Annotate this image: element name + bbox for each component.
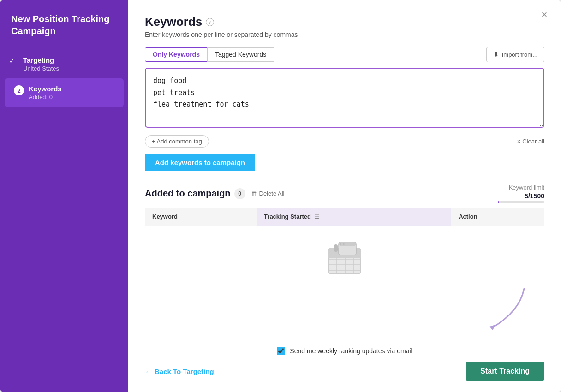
email-label: Send me weekly ranking updates via email <box>290 347 412 355</box>
back-to-targeting-button[interactable]: ← Back To Targeting <box>145 368 214 375</box>
keywords-label: Keywords <box>29 85 62 93</box>
calendar-illustration <box>324 240 365 281</box>
back-arrow-icon: ← <box>145 368 152 375</box>
tag-clear-row: + Add common tag × Clear all <box>145 135 544 148</box>
added-campaign-header: Added to campaign 0 🗑 Delete All Keyword… <box>145 184 544 203</box>
keywords-sublabel: Added: 0 <box>29 94 62 101</box>
empty-state <box>145 226 544 291</box>
sidebar-title: New Position Tracking Campaign <box>0 13 128 50</box>
section-title-text: Keywords <box>145 15 202 29</box>
targeting-sublabel: United States <box>23 65 59 72</box>
section-desc: Enter keywords one per line or separated… <box>145 31 544 38</box>
keywords-table: Keyword Tracking Started ☰ Action <box>145 208 544 291</box>
keyword-limit-value: 5/1500 <box>525 192 544 200</box>
targeting-content: Targeting United States <box>23 56 59 72</box>
clear-all-button[interactable]: × Clear all <box>517 138 544 145</box>
sidebar-item-targeting[interactable]: ✓ Targeting United States <box>0 50 128 78</box>
keywords-step-number: 2 <box>14 85 24 95</box>
import-icon: ⬇ <box>493 50 499 59</box>
email-checkbox[interactable] <box>277 347 285 355</box>
added-campaign-title: Added to campaign <box>145 188 231 199</box>
keyword-limit-bar <box>498 201 544 203</box>
info-icon[interactable]: i <box>206 18 214 26</box>
email-checkbox-row: Send me weekly ranking updates via email <box>145 347 544 355</box>
import-button[interactable]: ⬇ Import from... <box>486 47 544 62</box>
tab-tagged-keywords[interactable]: Tagged Keywords <box>207 47 274 62</box>
keyword-limit-label: Keyword limit <box>509 184 544 191</box>
add-keywords-to-campaign-button[interactable]: Add keywords to campaign <box>145 154 255 171</box>
tab-row: Only Keywords Tagged Keywords ⬇ Import f… <box>145 47 544 62</box>
empty-state-row <box>145 226 544 291</box>
add-tag-label: + Add common tag <box>152 138 202 145</box>
section-title-row: Keywords i <box>145 15 544 29</box>
close-button[interactable]: × <box>537 7 552 22</box>
keywords-textarea[interactable]: dog food pet treats flea treatment for c… <box>145 68 544 128</box>
import-btn-label: Import from... <box>502 51 537 58</box>
sidebar-item-keywords[interactable]: 2 Keywords Added: 0 <box>5 78 124 107</box>
keywords-content: Keywords Added: 0 <box>29 85 62 101</box>
back-btn-label: Back To Targeting <box>155 368 214 375</box>
targeting-label: Targeting <box>23 56 59 64</box>
clear-all-label: Clear all <box>522 138 544 145</box>
trash-icon: 🗑 <box>251 190 257 197</box>
col-keyword-header: Keyword <box>145 208 257 226</box>
delete-all-button[interactable]: 🗑 Delete All <box>251 190 285 197</box>
sort-icon[interactable]: ☰ <box>315 214 319 220</box>
tab-only-keywords[interactable]: Only Keywords <box>145 47 207 62</box>
added-count-badge: 0 <box>234 188 245 199</box>
content-body: Keywords i Enter keywords one per line o… <box>128 0 561 339</box>
svg-point-13 <box>340 243 341 245</box>
col-tracking-started-header: Tracking Started ☰ <box>257 208 451 226</box>
sidebar: New Position Tracking Campaign ✓ Targeti… <box>0 0 128 392</box>
svg-rect-3 <box>334 244 338 252</box>
start-tracking-button[interactable]: Start Tracking <box>466 362 544 381</box>
check-icon: ✓ <box>9 57 18 65</box>
footer: Send me weekly ranking updates via email… <box>128 339 561 392</box>
col-action-header: Action <box>451 208 544 226</box>
footer-actions: ← Back To Targeting Start Tracking <box>145 362 544 381</box>
svg-point-14 <box>343 243 345 245</box>
add-common-tag-button[interactable]: + Add common tag <box>145 135 209 148</box>
main-content: × Keywords i Enter keywords one per line… <box>128 0 561 392</box>
delete-all-label: Delete All <box>259 190 285 197</box>
clear-icon: × <box>517 138 521 145</box>
keyword-limit-area: Keyword limit 5/1500 <box>498 184 544 203</box>
modal-container: New Position Tracking Campaign ✓ Targeti… <box>0 0 561 392</box>
